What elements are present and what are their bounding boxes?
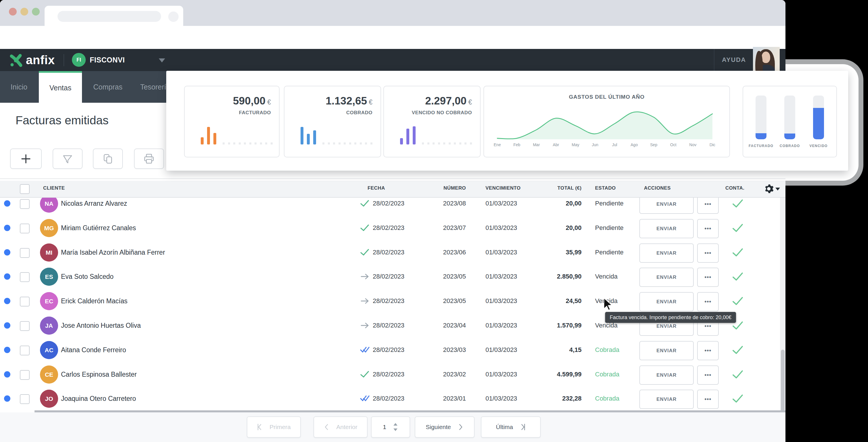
row-checkbox[interactable] <box>20 370 30 380</box>
progress-track <box>784 95 795 139</box>
row-checkbox[interactable] <box>20 199 30 209</box>
row-checkbox[interactable] <box>20 272 30 282</box>
send-button[interactable]: ENVIAR <box>639 292 694 312</box>
pagination-prev-button[interactable]: Anterior <box>313 416 368 438</box>
filter-button[interactable] <box>53 148 83 169</box>
row-checkbox[interactable] <box>20 321 30 331</box>
accounted-check-icon <box>732 272 743 281</box>
send-button[interactable]: ENVIAR <box>639 268 694 287</box>
table-row[interactable]: JOJoaquina Otero Carretero28/02/20232023… <box>0 386 785 410</box>
send-button[interactable]: ENVIAR <box>639 341 694 360</box>
invoice-date: 28/02/2023 <box>373 297 404 305</box>
avatar-face <box>762 52 770 63</box>
copy-button[interactable] <box>93 148 123 169</box>
org-badge[interactable]: FI <box>72 53 86 67</box>
baseline-dot <box>464 142 466 144</box>
more-actions-button[interactable]: ••• <box>697 365 719 385</box>
column-header-7[interactable]: ACCIONES <box>644 185 671 191</box>
invoice-date: 28/02/2023 <box>373 395 404 402</box>
unread-dot <box>4 322 10 329</box>
more-actions-button[interactable]: ••• <box>697 341 719 360</box>
column-header-1[interactable]: CLIENTE <box>43 185 65 191</box>
pagination-footer: PrimeraAnterior1SiguienteÚltima <box>0 412 785 442</box>
invoice-total: 4,15 <box>515 346 582 354</box>
send-button[interactable]: ENVIAR <box>639 219 694 238</box>
table-row[interactable]: CECarlos Espinosa Ballester28/02/2023202… <box>0 362 785 387</box>
avatar: CE <box>40 365 58 384</box>
tab-ventas[interactable]: Ventas <box>39 71 82 103</box>
baseline-dot <box>459 142 461 144</box>
column-header-6[interactable]: ESTADO <box>595 185 616 191</box>
row-checkbox[interactable] <box>20 394 30 404</box>
print-icon <box>143 152 155 165</box>
mini-bar <box>307 134 310 144</box>
pagination-first-button[interactable]: Primera <box>247 416 301 438</box>
stat-label: VENCIDO NO COBRADO <box>412 110 472 116</box>
month-tick: Nov <box>683 142 703 147</box>
stat-value: 1.132,65€ <box>326 95 372 107</box>
client-name: Miriam Gutiérrez Canales <box>61 224 136 232</box>
column-header-2[interactable]: FECHA <box>368 185 385 191</box>
baseline-dot <box>244 142 246 144</box>
row-checkbox[interactable] <box>20 224 30 233</box>
baseline-dot <box>271 142 273 144</box>
minimize-window-button[interactable] <box>21 8 28 16</box>
pagination-page-spinner[interactable]: 1 <box>371 416 410 438</box>
table-row[interactable]: ECErick Calderón Macías28/02/20232023/05… <box>0 289 785 314</box>
more-actions-button[interactable]: ••• <box>697 243 719 263</box>
more-actions-button[interactable]: ••• <box>697 390 719 409</box>
user-avatar[interactable] <box>753 47 780 73</box>
baseline-dot <box>370 142 372 144</box>
more-actions-button[interactable]: ••• <box>697 219 719 238</box>
help-link[interactable]: AYUDA <box>722 56 746 64</box>
more-actions-button[interactable]: ••• <box>697 292 719 312</box>
chevron-down-icon[interactable] <box>159 58 165 62</box>
column-header-5[interactable]: TOTAL (€) <box>515 185 582 191</box>
table-row[interactable]: ESEva Soto Salcedo28/02/20232023/0501/03… <box>0 264 785 289</box>
mini-bar <box>406 129 409 144</box>
horizontal-scrollbar[interactable] <box>34 410 785 412</box>
send-button[interactable]: ENVIAR <box>639 365 694 385</box>
due-date: 01/03/2023 <box>486 200 517 207</box>
table-row[interactable]: MGMiriam Gutiérrez Canales28/02/20232023… <box>0 216 785 241</box>
mini-bar <box>201 137 204 144</box>
row-checkbox[interactable] <box>20 346 30 355</box>
invoices-table: NANicolas Arranz Alvarez28/02/20232023/0… <box>0 179 785 410</box>
sent-arrow-icon <box>360 272 370 281</box>
select-all-checkbox[interactable] <box>20 184 30 194</box>
stat-value: 2.297,00€ <box>425 95 472 107</box>
column-header-3[interactable]: NÚMERO <box>414 185 466 191</box>
row-checkbox[interactable] <box>20 248 30 258</box>
tab-compras[interactable]: Compras <box>86 71 129 103</box>
page-number: 1 <box>383 423 386 431</box>
screenshot-stage: anfix FI FISCONVI AYUDA InicioVentasComp… <box>0 0 868 442</box>
send-button[interactable]: ENVIAR <box>639 243 694 263</box>
more-actions-button[interactable]: ••• <box>697 268 719 287</box>
month-tick: Jul <box>605 142 624 147</box>
row-checkbox[interactable] <box>20 297 30 306</box>
browser-toolbar <box>0 26 785 49</box>
org-name[interactable]: FISCONVI <box>90 56 125 64</box>
tab-close-icon[interactable] <box>168 11 179 22</box>
tooltip: Factura vencida. Importe pendiente de co… <box>605 312 736 323</box>
new-invoice-button[interactable] <box>10 148 42 169</box>
browser-tab[interactable] <box>44 6 183 26</box>
chevron-down-icon[interactable] <box>775 187 780 190</box>
client-name: Nicolas Arranz Alvarez <box>61 200 127 207</box>
gear-icon <box>764 184 774 194</box>
maximize-window-button[interactable] <box>32 8 40 16</box>
table-row[interactable]: MIMaría Isabel Azorín Albiñana Ferrer28/… <box>0 240 785 265</box>
baseline-dot <box>260 142 262 144</box>
pagination-next-button[interactable]: Siguiente <box>415 416 474 438</box>
column-settings-button[interactable] <box>764 184 774 195</box>
column-header-8[interactable]: CONTA. <box>725 185 744 191</box>
print-button[interactable] <box>134 148 164 169</box>
tab-inicio[interactable]: Inicio <box>3 71 35 103</box>
sent-arrow-icon <box>360 297 370 305</box>
anfix-logo[interactable]: anfix <box>9 53 55 67</box>
send-button[interactable]: ENVIAR <box>639 390 694 409</box>
close-window-button[interactable] <box>9 8 17 16</box>
baseline-dot <box>365 142 367 144</box>
pagination-last-button[interactable]: Última <box>481 416 541 438</box>
table-row[interactable]: ACAitana Conde Ferreiro28/02/20232023/03… <box>0 338 785 362</box>
